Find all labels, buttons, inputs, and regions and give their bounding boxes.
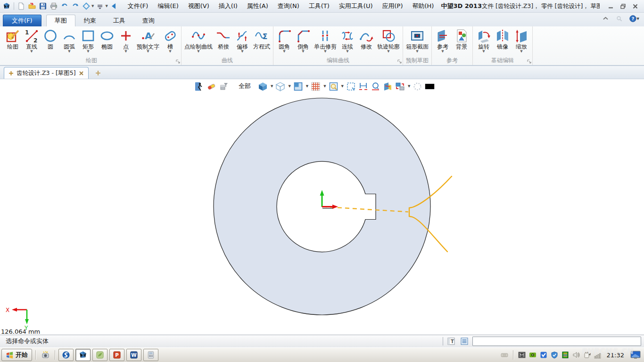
network-signal-tray-icon[interactable] (594, 351, 602, 359)
ribbon-button-单击修剪[interactable]: 单击修剪▼ (313, 27, 338, 54)
ribbon-button-旋转[interactable]: 旋转▼ (474, 27, 493, 54)
input-method-tray-icon[interactable] (561, 351, 569, 359)
menu-item[interactable]: 插入(I) (215, 0, 242, 12)
ribbon-button-轨迹轮廓[interactable]: 轨迹轮廓▼ (376, 27, 401, 54)
view-plane-icon[interactable] (293, 82, 303, 91)
dropdown-arrow-icon[interactable]: ▼ (283, 50, 285, 54)
customize-qat-icon[interactable] (95, 1, 105, 11)
ribbon-button-镜像[interactable]: 镜像 (493, 27, 512, 54)
minimize-button[interactable] (606, 3, 615, 9)
menu-item[interactable]: 工具(T) (305, 0, 334, 12)
group-dialog-launcher-icon[interactable] (176, 59, 180, 64)
dropdown-arrow-icon[interactable]: ▼ (306, 84, 308, 88)
taskbar-app-word[interactable]: W (126, 349, 141, 361)
print-icon[interactable] (49, 1, 58, 11)
undo-icon[interactable] (60, 1, 69, 11)
ribbon-button-倒角[interactable]: 倒角▼ (294, 27, 313, 54)
dropdown-arrow-icon[interactable]: ▼ (105, 4, 107, 8)
dropdown-arrow-icon[interactable]: ▼ (416, 50, 418, 54)
grid-icon[interactable] (311, 82, 321, 91)
ribbon-button-连续[interactable]: 连续▼ (338, 27, 357, 54)
dropdown-arrow-icon[interactable]: ▼ (87, 50, 89, 54)
redo-icon[interactable] (71, 1, 80, 11)
dropdown-arrow-icon[interactable]: ▼ (482, 50, 485, 54)
ribbon-tab-工具[interactable]: 工具 (105, 15, 134, 26)
save-icon[interactable] (38, 1, 48, 11)
highlight-icon[interactable] (413, 82, 422, 91)
taskbar-app-zw3d[interactable] (75, 349, 91, 361)
start-button[interactable]: 开始 (1, 349, 32, 361)
dropdown-arrow-icon[interactable]: ▼ (288, 84, 290, 88)
ribbon-button-背景[interactable]: 背景 (452, 27, 471, 54)
menu-item[interactable]: 编辑(E) (153, 0, 182, 12)
close-button[interactable] (631, 3, 639, 9)
document-tab[interactable]: 齿轮设计.Z3 - [草图5] (4, 67, 89, 79)
ribbon-button-圆[interactable]: 圆 (41, 27, 60, 54)
collapse-left-icon[interactable] (109, 1, 119, 11)
ribbon-button-槽[interactable]: 槽▼ (161, 27, 180, 54)
show-desktop-icon[interactable] (629, 349, 642, 361)
ribbon-button-预制文字[interactable]: A预制文字▼ (135, 27, 161, 54)
volume-tray-icon[interactable] (572, 351, 580, 359)
dropdown-arrow-icon[interactable]: ▼ (124, 50, 127, 54)
ribbon-button-绘图[interactable]: 绘图 (3, 27, 22, 54)
screen-capture-icon[interactable] (39, 349, 51, 361)
power-plug-tray-icon[interactable] (583, 351, 591, 359)
gesture-icon[interactable] (82, 1, 91, 11)
taskbar-app-notes[interactable] (92, 349, 107, 361)
dropdown-arrow-icon[interactable]: ▼ (302, 50, 304, 54)
ribbon-button-圆角[interactable]: 圆角▼ (275, 27, 294, 54)
menu-item[interactable]: 属性(A) (243, 0, 272, 12)
radial-dim-icon[interactable] (371, 82, 380, 91)
eraser-icon[interactable] (206, 82, 216, 91)
help-icon[interactable]: ?▼ (629, 15, 639, 22)
menu-item[interactable]: 帮助(H) (408, 0, 438, 12)
ribbon-button-偏移[interactable]: 偏移▼ (233, 27, 252, 54)
search-gear-icon[interactable] (616, 15, 623, 22)
doc-tab-close-icon[interactable] (79, 71, 84, 76)
dropdown-arrow-icon[interactable]: ▼ (197, 50, 199, 54)
dropdown-arrow-icon[interactable]: ▼ (324, 50, 326, 54)
ribbon-button-矩形[interactable]: 矩形▼ (79, 27, 98, 54)
menu-item[interactable]: 视图(V) (184, 0, 214, 12)
dropdown-arrow-icon[interactable]: ▼ (147, 50, 149, 54)
ribbon-button-圆弧[interactable]: 圆弧▼ (60, 27, 79, 54)
filter-all-dropdown[interactable]: 全部 (239, 82, 251, 90)
security-shield-tray-icon[interactable] (551, 351, 558, 359)
wireframe-display-icon[interactable] (275, 82, 285, 91)
ribbon-button-点[interactable]: 点▼ (116, 27, 135, 54)
taskbar-app-powerpoint[interactable]: P (109, 349, 124, 361)
group-dialog-launcher-icon[interactable] (397, 59, 402, 64)
ribbon-tab-查询[interactable]: 查询 (134, 15, 163, 26)
group-dialog-launcher-icon[interactable] (527, 59, 531, 64)
shaded-display-icon[interactable] (258, 82, 268, 91)
dropdown-arrow-icon[interactable]: ▼ (68, 50, 70, 54)
exit-sketch-icon[interactable] (194, 82, 204, 91)
ribbon-tab-约束[interactable]: 约束 (75, 15, 105, 26)
keyboard-layout-icon[interactable] (501, 351, 508, 359)
ribbon-button-直线[interactable]: 12直线▼ (22, 27, 41, 54)
dropdown-arrow-icon[interactable]: ▼ (441, 50, 444, 54)
new-file-icon[interactable] (17, 1, 26, 11)
plane-flip-icon[interactable] (383, 82, 393, 91)
zoom-icon[interactable] (329, 82, 339, 91)
filter-icon[interactable] (219, 82, 229, 91)
dropdown-arrow-icon[interactable]: ▼ (30, 50, 33, 54)
dropdown-arrow-icon[interactable]: ▼ (387, 50, 389, 54)
ribbon-tab-草图[interactable]: 草图 (46, 15, 75, 26)
dropdown-arrow-icon[interactable]: ▼ (91, 4, 94, 8)
ribbon-button-修改[interactable]: 修改 (357, 27, 376, 54)
sketch-canvas[interactable]: X Y 126.064 mm 全部▼▼▼▼▼▼ (0, 79, 644, 335)
dropdown-arrow-icon[interactable]: ▼ (271, 84, 273, 88)
command-list-icon[interactable] (460, 337, 469, 346)
menu-item[interactable]: 查询(N) (273, 0, 304, 12)
menu-item[interactable]: 应用(P) (378, 0, 407, 12)
ribbon-button-点绘制曲线[interactable]: 点绘制曲线▼ (183, 27, 214, 54)
taskbar-app-calculator[interactable] (143, 349, 158, 361)
horizontal-dim-icon[interactable] (358, 82, 368, 91)
zoom-window-icon[interactable] (346, 82, 356, 91)
dropdown-arrow-icon[interactable]: ▼ (323, 84, 326, 88)
media-tray-icon[interactable] (518, 351, 526, 359)
dropdown-arrow-icon[interactable]: ▼ (341, 84, 344, 88)
dropdown-arrow-icon[interactable]: ▼ (408, 84, 410, 88)
